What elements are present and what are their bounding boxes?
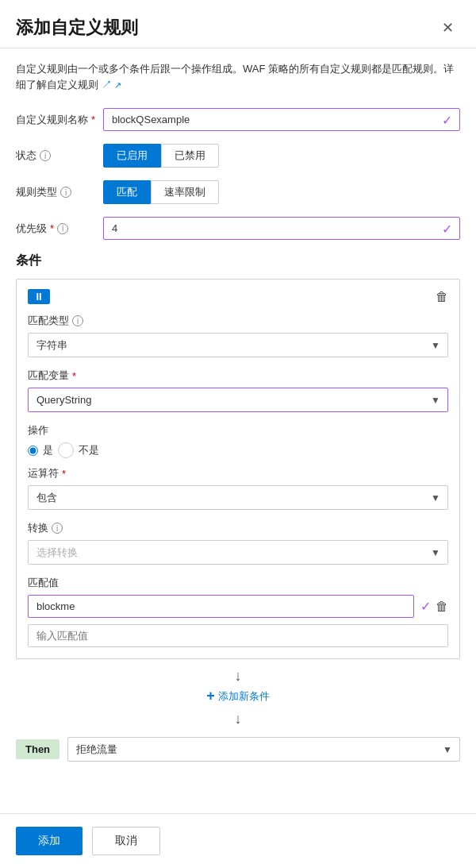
description-text: 自定义规则由一个或多个条件后跟一个操作组成。WAF 策略的所有自定义规则都是匹配… — [16, 61, 460, 92]
then-action-select[interactable]: 拒绝流量 允许流量 记录 — [67, 737, 460, 762]
condition-header: II 🗑 — [28, 289, 448, 304]
header-divider — [0, 48, 476, 48]
priority-input[interactable] — [103, 217, 460, 240]
rule-type-rate-button[interactable]: 速率限制 — [151, 180, 219, 204]
match-variable-select[interactable]: QueryString RequestUri RequestMethod — [28, 388, 448, 412]
close-button[interactable]: ✕ — [436, 16, 460, 40]
rule-type-info-icon[interactable]: i — [60, 187, 71, 198]
then-row: Then 拒绝流量 允许流量 记录 ▼ — [0, 731, 476, 768]
rule-type-row: 规则类型 i 匹配 速率限制 — [16, 180, 460, 204]
operation-is-label: 是 — [43, 443, 53, 457]
check-icon: ✓ — [442, 112, 452, 127]
rule-name-wrapper: ✓ — [103, 108, 460, 131]
status-info-icon[interactable]: i — [40, 150, 51, 161]
match-value-icons: ✓ 🗑 — [420, 599, 448, 614]
rule-name-control: ✓ — [103, 108, 460, 131]
transform-group: 转换 i 选择转换 小写 大写 Trim ▼ — [28, 521, 448, 565]
condition-number: II — [28, 289, 50, 304]
add-button[interactable]: 添加 — [16, 827, 83, 855]
then-badge: Then — [16, 739, 60, 759]
add-condition-arrow-icon: ↓ — [235, 669, 242, 683]
match-type-label: 匹配类型 i — [28, 314, 448, 328]
priority-row: 优先级 * i ✓ — [16, 217, 460, 240]
transform-label: 转换 i — [28, 521, 448, 535]
match-variable-required: * — [72, 370, 76, 382]
operator-select[interactable]: 包含 等于 开始于 结束于 — [28, 485, 448, 510]
match-value-empty-input[interactable] — [28, 624, 448, 647]
learn-more-link[interactable]: ↗ — [102, 79, 121, 91]
transform-select-wrapper: 选择转换 小写 大写 Trim ▼ — [28, 540, 448, 565]
add-condition-row: ↓ + 添加新条件 — [0, 669, 476, 708]
radio-group: 是 不是 — [28, 442, 448, 458]
content-area: 自定义规则由一个或多个条件后跟一个操作组成。WAF 策略的所有自定义规则都是匹配… — [0, 61, 476, 659]
status-disabled-button[interactable]: 已禁用 — [161, 144, 219, 168]
status-label: 状态 i — [16, 149, 103, 163]
operation-label: 操作 — [28, 423, 448, 438]
match-variable-label: 匹配变量 * — [28, 368, 448, 383]
transform-info-icon[interactable]: i — [52, 523, 63, 534]
priority-check-icon: ✓ — [442, 221, 452, 236]
add-icon: + — [206, 688, 215, 704]
operator-group: 运算符 * 包含 等于 开始于 结束于 ▼ — [28, 466, 448, 510]
priority-required: * — [50, 222, 54, 234]
priority-control: ✓ — [103, 217, 460, 240]
then-arrow-icon: ↓ — [0, 711, 476, 727]
cancel-button[interactable]: 取消 — [92, 827, 160, 855]
match-value-input[interactable] — [28, 595, 414, 618]
transform-select[interactable]: 选择转换 小写 大写 Trim — [28, 540, 448, 565]
add-condition-button[interactable]: + 添加新条件 — [198, 685, 278, 708]
status-enabled-button[interactable]: 已启用 — [103, 144, 161, 168]
condition-section-title: 条件 — [16, 253, 460, 269]
rule-type-label: 规则类型 i — [16, 185, 103, 199]
status-row: 状态 i 已启用 已禁用 — [16, 144, 460, 168]
rule-type-match-button[interactable]: 匹配 — [103, 180, 151, 204]
match-value-label: 匹配值 — [28, 576, 448, 590]
status-toggle-group: 已启用 已禁用 — [103, 144, 460, 168]
match-value-delete-icon[interactable]: 🗑 — [436, 600, 448, 614]
priority-info-icon[interactable]: i — [57, 223, 68, 234]
condition-card: II 🗑 匹配类型 i 字符串 IP 地址 地理位置 ▼ — [16, 279, 460, 659]
match-type-group: 匹配类型 i 字符串 IP 地址 地理位置 ▼ — [28, 314, 448, 357]
match-value-row: ✓ 🗑 — [28, 595, 448, 618]
status-control: 已启用 已禁用 — [103, 144, 460, 168]
match-variable-group: 匹配变量 * QueryString RequestUri RequestMet… — [28, 368, 448, 412]
rule-name-row: 自定义规则名称 * ✓ — [16, 108, 460, 131]
rule-name-input[interactable] — [103, 108, 460, 131]
rule-type-control: 匹配 速率限制 — [103, 180, 460, 204]
dialog-title: 添加自定义规则 — [16, 16, 138, 40]
operation-not-radio-circle[interactable] — [58, 442, 74, 458]
rule-type-toggle-group: 匹配 速率限制 — [103, 180, 460, 204]
operator-label: 运算符 * — [28, 466, 448, 480]
operation-not-label: 不是 — [79, 443, 99, 457]
priority-wrapper: ✓ — [103, 217, 460, 240]
operation-section: 操作 是 不是 — [28, 423, 448, 458]
match-type-select-wrapper: 字符串 IP 地址 地理位置 ▼ — [28, 333, 448, 357]
priority-label: 优先级 * i — [16, 222, 103, 236]
rule-name-label: 自定义规则名称 * — [16, 113, 103, 127]
operation-is-radio[interactable] — [28, 446, 38, 456]
then-action-wrapper: 拒绝流量 允许流量 记录 ▼ — [67, 737, 460, 762]
match-value-check-icon: ✓ — [420, 599, 431, 614]
match-type-info-icon[interactable]: i — [72, 315, 83, 326]
dialog: 添加自定义规则 ✕ 自定义规则由一个或多个条件后跟一个操作组成。WAF 策略的所… — [0, 0, 476, 868]
match-variable-select-wrapper: QueryString RequestUri RequestMethod ▼ — [28, 388, 448, 412]
condition-delete-icon[interactable]: 🗑 — [436, 290, 448, 304]
bottom-bar: 添加 取消 — [0, 813, 476, 868]
match-values-section: 匹配值 ✓ 🗑 — [28, 576, 448, 647]
dialog-header: 添加自定义规则 ✕ — [0, 0, 476, 48]
match-type-select[interactable]: 字符串 IP 地址 地理位置 — [28, 333, 448, 357]
operator-required: * — [62, 468, 66, 480]
required-indicator: * — [91, 114, 95, 125]
operator-select-wrapper: 包含 等于 开始于 结束于 ▼ — [28, 485, 448, 510]
